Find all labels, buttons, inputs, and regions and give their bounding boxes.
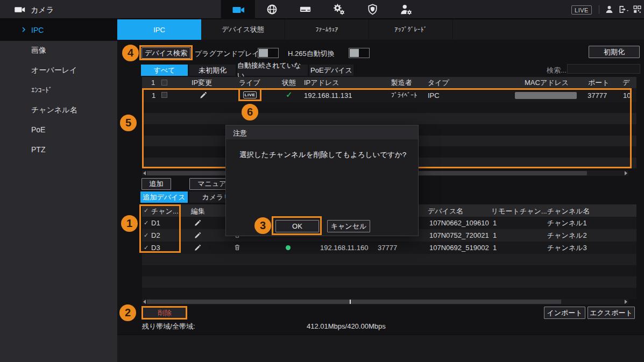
export-button[interactable]: エクスポート: [588, 307, 635, 319]
sidebar-item-image[interactable]: 画像: [31, 46, 46, 54]
import-button[interactable]: インポート: [544, 307, 585, 319]
toggle-knob: [350, 49, 359, 57]
tab-strip: IPC デバイス状態 ﾌｧｰﾑｳｪｱ ｱｯﾌﾟｸﾞﾚｰﾄﾞ: [117, 19, 644, 40]
topbar: カメラ: [0, 0, 644, 19]
col-live: ライブ: [239, 79, 260, 87]
sidebar-item-poe[interactable]: PoE: [31, 126, 45, 134]
edit-icon[interactable]: [194, 244, 202, 251]
bottom-strip: [117, 335, 644, 362]
annotation-3: 3: [254, 217, 271, 234]
col2-remote-channel: リモートチャン...: [491, 207, 547, 215]
annotation-1: 1: [121, 215, 138, 232]
filter-all[interactable]: すべて: [141, 65, 188, 76]
storage-nav-icon[interactable]: [299, 3, 312, 16]
system-settings-nav-icon[interactable]: [332, 3, 346, 17]
scroll-left-arrow[interactable]: [143, 300, 146, 304]
row-device-name: 107N0692_519002: [429, 244, 489, 252]
annotation-rect-ok: [272, 216, 322, 235]
tab-ipc[interactable]: IPC: [117, 19, 201, 40]
col2-device-name: デバイス名: [428, 207, 463, 215]
row-channel-name: チャンネル1: [547, 219, 587, 227]
bandwidth-value: 412.01Mbps/420.00Mbps: [307, 322, 386, 330]
scroll-left-arrow[interactable]: [143, 171, 146, 175]
annotation-6: 6: [242, 104, 258, 120]
col-num: 1: [151, 79, 155, 87]
sidebar-item-ipc[interactable]: IPC: [0, 19, 117, 41]
annotation-rect-channels: [139, 204, 181, 253]
col2-edit: 編集: [191, 207, 205, 215]
row-ip: 192.168.11.160: [320, 244, 368, 252]
security-nav-icon[interactable]: [366, 3, 379, 16]
qr-grid-icon[interactable]: [632, 4, 642, 15]
plug-and-play-label: プラグアンドプレイ: [195, 49, 259, 58]
camera-settings-screen: カメラ: [0, 0, 644, 362]
h265-auto-label: H.265自動切換: [288, 49, 335, 58]
h265-auto-toggle[interactable]: [349, 48, 370, 58]
sidebar-item-overlay[interactable]: オーバーレイ: [31, 66, 77, 74]
col-ip-edit: IP変更: [192, 79, 212, 87]
delete-row-icon[interactable]: [233, 244, 241, 251]
annotation-rect-live: [238, 88, 261, 101]
row-remote-channel: 1: [493, 219, 497, 227]
network-nav-icon[interactable]: [265, 3, 279, 16]
subtab-added-device[interactable]: 追加デバイス: [140, 191, 188, 203]
online-status-dot: [286, 245, 291, 250]
page-title: カメラ: [31, 5, 54, 15]
scroll-thumb[interactable]: [147, 300, 561, 304]
row-remote-channel: 1: [493, 231, 497, 239]
sidebar-item-label: IPC: [31, 26, 44, 34]
topbar-separator: [599, 5, 599, 14]
sidebar-item-channel-name[interactable]: チャンネル名: [31, 106, 77, 114]
annotation-4: 4: [122, 45, 139, 61]
annotation-rect-device-search: [139, 45, 193, 60]
user-icon[interactable]: [604, 4, 615, 15]
row-channel-name: チャンネル3: [547, 244, 587, 252]
row-channel-name: チャンネル2: [547, 231, 587, 239]
col-port: ポート: [588, 79, 610, 87]
col-manufacturer: 製造者: [391, 79, 412, 87]
add-button[interactable]: 追加: [141, 178, 171, 190]
toggle-knob: [259, 49, 268, 57]
added-table-empty-rows: [142, 254, 636, 299]
filter-uninitialized[interactable]: 未初期化: [189, 65, 236, 76]
plug-and-play-toggle[interactable]: [258, 48, 279, 58]
initialize-button[interactable]: 初期化: [589, 46, 640, 58]
select-all-checkbox[interactable]: [161, 80, 167, 86]
row-remote-channel: 1: [493, 244, 497, 252]
tab-device-status[interactable]: デバイス状態: [201, 19, 285, 40]
sidebar: IPC 画像 オーバーレイ ｴﾝｺｰﾄﾞ チャンネル名 PoE PTZ: [0, 19, 117, 362]
dialog-cancel-button[interactable]: キャンセル: [327, 220, 370, 232]
chevron-right-icon: [20, 26, 27, 33]
search-label: 検索...: [547, 66, 567, 74]
confirm-dialog: 注意 選択したチャンネルを削除してもよろしいですか? OK キャンセル: [225, 125, 419, 236]
col-truncated: デ: [622, 79, 629, 87]
tab-firmware[interactable]: ﾌｧｰﾑｳｪｱ: [285, 19, 369, 40]
account-settings-nav-icon[interactable]: [399, 3, 413, 17]
edit-icon[interactable]: [194, 231, 202, 239]
scroll-right-arrow[interactable]: [625, 171, 627, 175]
search-input[interactable]: [567, 64, 640, 74]
edit-icon[interactable]: [194, 219, 202, 226]
col-ip: IPアドレス: [304, 79, 339, 87]
col2-channel-name: チャンネル名: [547, 207, 590, 215]
sidebar-item-ptz[interactable]: PTZ: [31, 146, 45, 154]
dialog-message: 選択したチャンネルを削除してもよろしいですか?: [239, 150, 406, 160]
sidebar-item-encode[interactable]: ｴﾝｺｰﾄﾞ: [31, 86, 52, 94]
bandwidth-label: 残り帯域/全帯域:: [142, 322, 195, 330]
dialog-titlebar: 注意: [226, 125, 418, 139]
filter-poe-device[interactable]: PoEデバイス: [309, 65, 353, 76]
camera-nav-icon[interactable]: [232, 3, 245, 17]
logout-icon[interactable]: [617, 4, 629, 15]
annotation-rect-delete: [141, 306, 187, 320]
col-mac: MACアドレス: [525, 79, 569, 87]
scroll-right-arrow[interactable]: [625, 300, 627, 304]
tab-upgrade[interactable]: ｱｯﾌﾟｸﾞﾚｰﾄﾞ: [369, 19, 453, 40]
added-table-hscrollbar[interactable]: [142, 299, 628, 304]
live-badge[interactable]: LIVE: [571, 5, 592, 15]
scroll-thumb-grip: [350, 300, 351, 304]
row-port: 37777: [378, 244, 397, 252]
row-device-name: 107N0752_720021: [429, 231, 489, 239]
filter-not-auto-connected[interactable]: 自動接続されていない: [237, 65, 308, 76]
dialog-title: 注意: [233, 129, 247, 138]
col-type: タイプ: [428, 79, 449, 87]
